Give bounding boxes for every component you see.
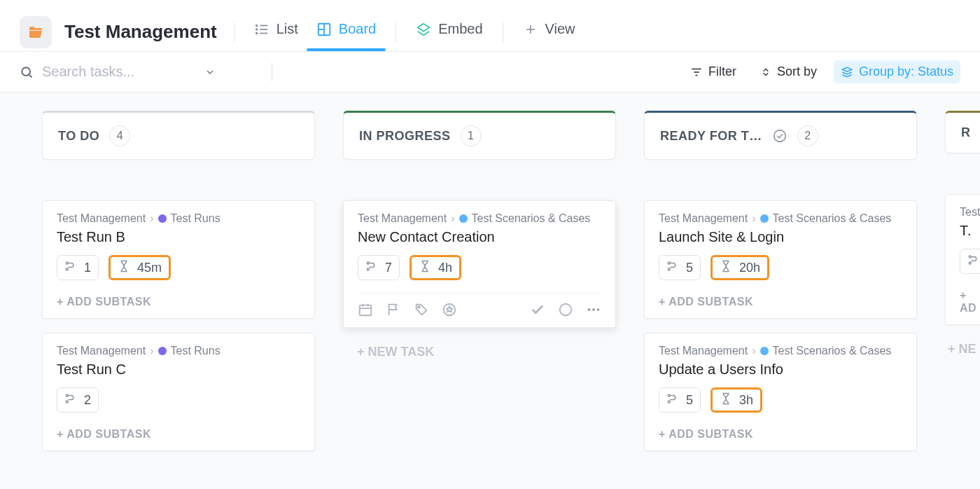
breadcrumb-root[interactable]: Test Management bbox=[659, 345, 748, 357]
task-card[interactable]: Test Management › Test Scenarios & Cases… bbox=[644, 200, 917, 319]
subtask-chip[interactable]: 2 bbox=[960, 249, 980, 274]
svg-point-21 bbox=[367, 268, 369, 270]
check-icon[interactable] bbox=[530, 302, 545, 317]
column-count: 1 bbox=[461, 125, 482, 146]
task-card[interactable]: Test Management › Test Scenarios & Cases… bbox=[343, 200, 616, 328]
svg-line-12 bbox=[29, 74, 31, 77]
chevron-right-icon: › bbox=[451, 212, 454, 225]
tab-list[interactable]: List bbox=[251, 13, 301, 51]
time-value: 20h bbox=[739, 261, 760, 275]
svg-point-2 bbox=[255, 29, 257, 30]
subtask-chip[interactable]: 5 bbox=[659, 387, 701, 413]
add-view-button[interactable]: View bbox=[520, 13, 578, 51]
filter-button[interactable]: Filter bbox=[683, 60, 743, 83]
time-value: 3h bbox=[739, 393, 753, 408]
add-subtask-button[interactable]: + ADD SUBTASK bbox=[659, 296, 902, 308]
page-title: Test Management bbox=[64, 21, 217, 43]
subtask-chip[interactable]: 2 bbox=[57, 387, 99, 413]
svg-point-34 bbox=[668, 268, 670, 270]
time-chip[interactable]: 20h bbox=[710, 255, 769, 280]
subtask-count: 1 bbox=[84, 261, 91, 275]
task-card[interactable]: Test Management › Test Runs Test Run B 1… bbox=[42, 200, 315, 319]
column-in-progress: IN PROGRESS 1 Test Management › Test Sce… bbox=[343, 111, 616, 471]
breadcrumb-root[interactable]: Test Management bbox=[57, 345, 146, 357]
subtask-chip[interactable]: 5 bbox=[659, 255, 701, 280]
svg-point-33 bbox=[668, 262, 670, 264]
calendar-icon[interactable] bbox=[358, 302, 373, 317]
search-input[interactable] bbox=[42, 64, 196, 80]
hourglass-icon bbox=[720, 392, 735, 408]
svg-point-35 bbox=[668, 394, 670, 397]
add-subtask-button[interactable]: + ADD SUBTASK bbox=[57, 428, 300, 441]
time-value: 45m bbox=[137, 261, 162, 275]
svg-point-36 bbox=[668, 401, 670, 403]
category-dot-icon bbox=[760, 214, 769, 223]
svg-point-37 bbox=[969, 256, 971, 258]
task-card[interactable]: Test Management › Test Runs Test Run C 2… bbox=[42, 333, 315, 451]
star-icon[interactable] bbox=[442, 302, 457, 317]
breadcrumb-leaf[interactable]: Test Scenarios & Cases bbox=[472, 212, 591, 225]
add-subtask-button[interactable]: + AD bbox=[960, 289, 972, 315]
time-chip[interactable]: 3h bbox=[710, 387, 762, 413]
add-view-label: View bbox=[545, 21, 575, 37]
tab-embed[interactable]: Embed bbox=[413, 13, 485, 51]
column-count: 2 bbox=[797, 125, 818, 146]
embed-icon bbox=[416, 22, 431, 37]
column-header[interactable]: READY FOR T… 2 bbox=[644, 111, 917, 160]
svg-point-32 bbox=[774, 130, 785, 142]
task-card[interactable]: Test Management › Test Scenarios & Cases… bbox=[644, 333, 917, 451]
svg-point-30 bbox=[592, 308, 595, 311]
new-task-button[interactable]: + NEW TASK bbox=[343, 345, 616, 359]
category-dot-icon bbox=[459, 214, 468, 223]
filter-icon bbox=[690, 66, 703, 78]
breadcrumb-root[interactable]: Test Management bbox=[57, 212, 146, 225]
subtask-icon bbox=[64, 260, 80, 275]
subtask-chip[interactable]: 1 bbox=[57, 255, 99, 280]
breadcrumb-root[interactable]: Test … bbox=[960, 206, 980, 219]
plus-icon bbox=[523, 22, 538, 37]
breadcrumb-leaf[interactable]: Test Runs bbox=[171, 212, 220, 225]
divider bbox=[396, 22, 396, 42]
more-icon[interactable] bbox=[586, 302, 601, 317]
svg-point-0 bbox=[255, 25, 257, 26]
breadcrumb-root[interactable]: Test Management bbox=[358, 212, 447, 225]
folder-icon bbox=[27, 24, 44, 41]
task-title: Update a Users Info bbox=[659, 361, 902, 378]
column-header[interactable]: REA bbox=[945, 111, 980, 153]
folder-icon-button[interactable] bbox=[20, 16, 52, 48]
tab-list-label: List bbox=[276, 21, 298, 37]
flag-icon[interactable] bbox=[386, 302, 401, 317]
board-icon bbox=[316, 22, 332, 37]
column-header[interactable]: IN PROGRESS 1 bbox=[343, 111, 616, 160]
group-button[interactable]: Group by: Status bbox=[834, 60, 960, 83]
add-subtask-button[interactable]: + ADD SUBTASK bbox=[659, 428, 902, 441]
card-actions bbox=[358, 293, 601, 317]
subtask-icon bbox=[365, 260, 381, 275]
time-chip[interactable]: 4h bbox=[410, 255, 461, 280]
subtask-icon bbox=[64, 392, 80, 408]
sort-button[interactable]: Sort by bbox=[753, 60, 824, 83]
tag-icon[interactable] bbox=[414, 302, 429, 317]
new-task-button[interactable]: + NE bbox=[945, 342, 980, 357]
subtask-icon bbox=[967, 254, 980, 269]
breadcrumb-root[interactable]: Test Management bbox=[659, 212, 748, 225]
add-subtask-button[interactable]: + ADD SUBTASK bbox=[57, 296, 300, 308]
breadcrumb-leaf[interactable]: Test Scenarios & Cases bbox=[773, 345, 892, 357]
column-header[interactable]: TO DO 4 bbox=[42, 111, 315, 160]
circle-icon[interactable] bbox=[558, 302, 573, 317]
category-dot-icon bbox=[158, 347, 167, 355]
tab-board[interactable]: Board bbox=[314, 13, 379, 51]
svg-point-11 bbox=[22, 67, 30, 76]
breadcrumb-leaf[interactable]: Test Scenarios & Cases bbox=[773, 212, 892, 225]
board: TO DO 4 Test Management › Test Runs Test… bbox=[0, 92, 980, 489]
task-card[interactable]: Test … Test 2 + AD bbox=[945, 194, 980, 325]
svg-point-20 bbox=[367, 262, 369, 264]
breadcrumb: Test Management › Test Scenarios & Cases bbox=[659, 345, 902, 357]
hourglass-icon bbox=[419, 260, 434, 275]
time-chip[interactable]: 45m bbox=[108, 255, 171, 280]
chevron-down-icon[interactable] bbox=[204, 67, 216, 78]
breadcrumb-leaf[interactable]: Test Runs bbox=[171, 345, 220, 357]
subtask-chip[interactable]: 7 bbox=[358, 255, 400, 280]
subtask-icon bbox=[666, 392, 682, 408]
filter-label: Filter bbox=[708, 64, 736, 79]
